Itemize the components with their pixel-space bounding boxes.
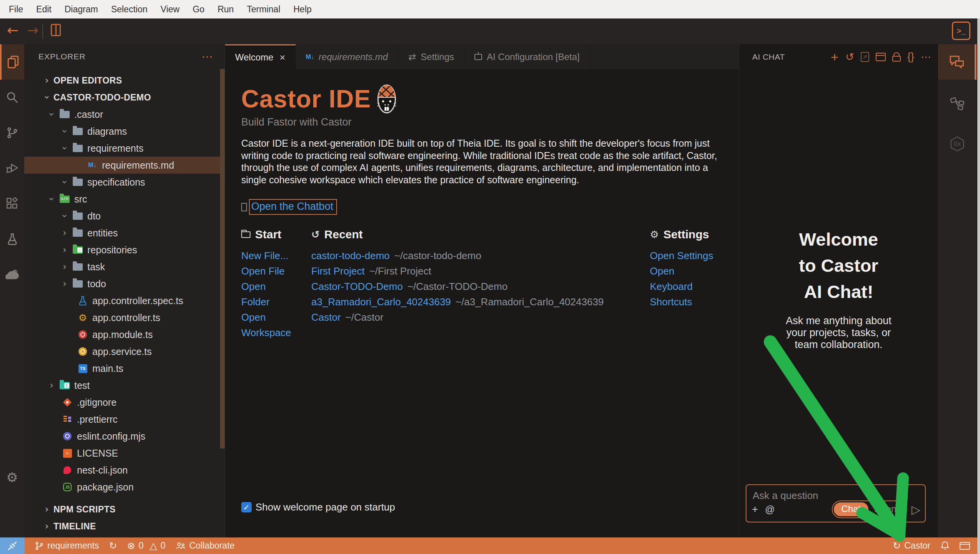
- menu-diagram[interactable]: Diagram: [58, 4, 105, 15]
- status-warnings[interactable]: △ 0: [150, 540, 165, 551]
- recent-item[interactable]: Castor~/Castor: [311, 310, 650, 325]
- menu-edit[interactable]: Edit: [30, 4, 58, 15]
- tree-item-requirements[interactable]: ›requirements: [24, 140, 225, 157]
- sidebar-item-diagram[interactable]: [938, 86, 977, 121]
- toggle-panel-icon[interactable]: [960, 542, 970, 550]
- link-open-file[interactable]: Open File: [241, 263, 306, 279]
- tree-item-dto[interactable]: ›dto: [24, 208, 225, 224]
- tree-item-package-json[interactable]: JSpackage.json: [24, 479, 225, 495]
- status-castor-agent[interactable]: ↻ Castor: [893, 540, 930, 551]
- tree-item--gitignore[interactable]: .gitignore: [24, 394, 225, 411]
- history-icon[interactable]: ↺: [845, 51, 854, 63]
- sidebar-item-source-control[interactable]: [0, 115, 24, 151]
- recent-item[interactable]: First Project~/First Project: [311, 263, 650, 279]
- split-editor-icon[interactable]: [51, 24, 61, 36]
- braces-icon[interactable]: {}: [907, 51, 914, 63]
- recent-item[interactable]: Castor-TODO-Demo~/Castor-TODO-Demo: [311, 279, 650, 294]
- recent-item[interactable]: a3_Ramadori_Carlo_40243639~/a3_Ramadori_…: [311, 294, 650, 310]
- menu-view[interactable]: View: [154, 4, 186, 15]
- tree-item-todo[interactable]: ›todo: [24, 275, 225, 292]
- menu-run[interactable]: Run: [211, 4, 240, 15]
- tab-requirements-md[interactable]: M↓requirements.md: [296, 44, 398, 69]
- sidebar-item-ai-chat[interactable]: [938, 44, 977, 80]
- mode-agent-button[interactable]: Agent: [868, 502, 905, 516]
- menu-go[interactable]: Go: [186, 4, 211, 15]
- layout-panel-icon[interactable]: [876, 53, 886, 61]
- more-icon[interactable]: ⋯: [921, 51, 931, 63]
- tree-item--prettierrc[interactable]: .prettierrc: [24, 411, 225, 428]
- export-icon[interactable]: ↗: [861, 52, 869, 62]
- tree-item-test[interactable]: ›⋮test: [24, 377, 225, 394]
- open-chatbot-link[interactable]: Open the Chatbot: [249, 199, 337, 215]
- link-open-keyboard-shortcuts[interactable]: Open Keyboard Shortcuts: [650, 263, 729, 310]
- tree-item-license[interactable]: ≡LICENSE: [24, 445, 225, 462]
- recent-name[interactable]: First Project: [311, 265, 365, 277]
- attach-plus-icon[interactable]: +: [752, 503, 758, 516]
- tree-item-nest-cli-json[interactable]: nest-cli.json: [24, 462, 225, 479]
- terminal-icon[interactable]: >_: [952, 22, 970, 40]
- back-arrow-icon[interactable]: ←: [7, 22, 18, 38]
- recent-name[interactable]: Castor-TODO-Demo: [311, 281, 403, 292]
- status-collaborate[interactable]: Collaborate: [175, 541, 235, 551]
- mode-chat-button[interactable]: Chat: [834, 502, 869, 516]
- sidebar-item-castor-beaver[interactable]: [0, 257, 24, 292]
- sidebar-scrollbar[interactable]: [220, 69, 225, 449]
- tree-item--castor[interactable]: ›.castor: [24, 106, 225, 123]
- sidebar-item-hex[interactable]: 0x: [938, 126, 977, 161]
- tree-item-requirements-md[interactable]: M↓requirements.md: [24, 157, 225, 174]
- link-open-folder[interactable]: Open Folder: [241, 279, 306, 310]
- show-welcome-checkbox[interactable]: ✓: [241, 502, 252, 512]
- link-open-settings[interactable]: Open Settings: [650, 248, 729, 263]
- sidebar-item-extensions[interactable]: [0, 186, 24, 221]
- bell-icon[interactable]: [940, 541, 950, 551]
- recent-name[interactable]: Castor: [311, 311, 341, 323]
- add-icon[interactable]: +: [830, 51, 839, 63]
- sidebar-item-run-debug[interactable]: [0, 151, 24, 186]
- link-open-workspace[interactable]: Open Workspace: [241, 310, 306, 340]
- tree-item-eslint-config-mjs[interactable]: eslint.config.mjs: [24, 428, 225, 445]
- close-icon[interactable]: ×: [280, 52, 285, 64]
- tree-item-specifications[interactable]: ›specifications: [24, 174, 225, 191]
- remote-indicator[interactable]: [0, 537, 25, 554]
- tree-item-app-controller-spec-ts[interactable]: app.controller.spec.ts: [24, 292, 225, 309]
- tree-item-app-controller-ts[interactable]: ⚙app.controller.ts: [24, 309, 225, 326]
- forward-arrow-icon[interactable]: →: [27, 22, 38, 38]
- sidebar-item-explorer[interactable]: [0, 44, 24, 80]
- tree-item-task[interactable]: ›task: [24, 258, 225, 275]
- tree-item-app-service-ts[interactable]: app.service.ts: [24, 343, 225, 360]
- status-branch[interactable]: requirements: [35, 541, 99, 551]
- tree-item-castor-todo-demo[interactable]: ›CASTOR-TODO-DEMO: [24, 89, 225, 106]
- tree-item-repositories[interactable]: ›↓repositories: [24, 241, 225, 258]
- mention-at-icon[interactable]: @: [765, 504, 775, 515]
- tab-settings[interactable]: ⇄Settings: [398, 44, 464, 69]
- sidebar-item-search[interactable]: [0, 80, 24, 115]
- tree-item-entities[interactable]: ›entities: [24, 224, 225, 241]
- recent-item[interactable]: castor-todo-demo~/castor-todo-demo: [311, 248, 650, 263]
- tab-ai-configuration-beta-[interactable]: AI Configuration [Beta]: [464, 44, 590, 69]
- status-errors[interactable]: ⊗ 0: [127, 540, 144, 551]
- tree-item-main-ts[interactable]: TSmain.ts: [24, 360, 225, 377]
- tree-item-diagrams[interactable]: ›diagrams: [24, 123, 225, 140]
- menu-help[interactable]: Help: [287, 4, 318, 15]
- recent-name[interactable]: castor-todo-demo: [311, 250, 390, 261]
- tree-item-open-editors[interactable]: ›OPEN EDITORS: [24, 72, 225, 89]
- more-actions-icon[interactable]: ⋯: [202, 55, 213, 59]
- settings-gear-icon[interactable]: ⚙: [0, 460, 24, 495]
- menu-file[interactable]: File: [2, 4, 30, 15]
- menu-terminal[interactable]: Terminal: [240, 4, 287, 15]
- window-scrollbar[interactable]: [977, 18, 980, 554]
- unlock-icon[interactable]: [892, 56, 901, 62]
- tree-item-npm-scripts[interactable]: ›NPM SCRIPTS: [24, 501, 225, 518]
- link-new-file-[interactable]: New File...: [241, 248, 306, 263]
- sidebar-item-testing[interactable]: [0, 221, 24, 257]
- recent-name[interactable]: a3_Ramadori_Carlo_40243639: [311, 296, 451, 308]
- status-sync[interactable]: ↻: [109, 540, 117, 551]
- menu-selection[interactable]: Selection: [105, 4, 154, 15]
- send-icon[interactable]: ▷: [912, 503, 920, 516]
- tab-welcome[interactable]: Welcome×: [225, 44, 296, 69]
- chat-input-box[interactable]: Ask a question + @ Chat Agent ▷: [746, 484, 926, 522]
- tree-item-timeline[interactable]: ›TIMELINE: [24, 518, 225, 535]
- branch-icon: [6, 126, 18, 139]
- tree-item-src[interactable]: ›</>src: [24, 191, 225, 208]
- tree-item-app-module-ts[interactable]: app.module.ts: [24, 326, 225, 343]
